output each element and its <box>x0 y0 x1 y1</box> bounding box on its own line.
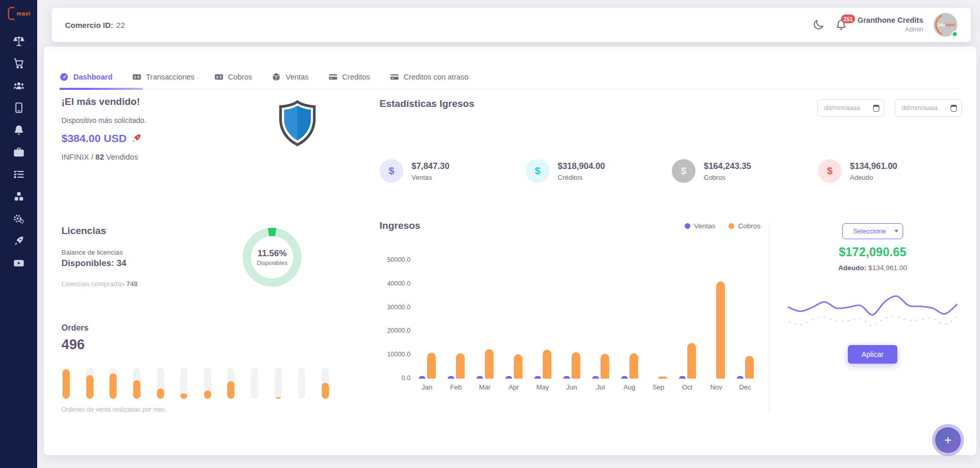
bar-group-feb <box>445 260 467 379</box>
order-bar-fill <box>109 373 117 399</box>
bar-cobros-bar <box>745 356 754 379</box>
ingresos-xaxis: JanFebMarAprMayJunJulAugSepOctNovDec <box>416 383 756 391</box>
rocket-icon[interactable] <box>8 235 29 247</box>
cart-icon[interactable] <box>8 57 29 69</box>
gears-icon[interactable] <box>8 213 29 225</box>
sparkline-line-ref <box>788 317 957 326</box>
bell-icon[interactable] <box>8 124 29 136</box>
bar-ventas-bar <box>505 376 512 379</box>
sidebar: mavi <box>0 0 37 468</box>
speedometer-icon <box>59 72 69 82</box>
checklist-icon[interactable] <box>8 168 29 180</box>
order-bar-fill <box>180 394 187 399</box>
briefcase-icon[interactable] <box>8 146 29 158</box>
bar-cobros-bar <box>543 350 551 379</box>
calendar-icon[interactable] <box>951 105 957 112</box>
donut-center: 11.56% Disponibles <box>251 236 293 278</box>
dollar-icon: $ <box>380 159 403 183</box>
order-bar-track <box>227 368 234 399</box>
sparkline-line-main <box>788 296 957 315</box>
user-role: Admin <box>858 25 923 34</box>
cubes-icon[interactable] <box>8 191 29 202</box>
adeudo-line: Adeudo: $134,961.00 <box>769 264 976 272</box>
order-bar-track <box>322 368 329 399</box>
x-tick-label: Apr <box>502 383 525 391</box>
bar-cobros-bar <box>716 282 725 379</box>
cash-card-icon: $ <box>214 72 224 82</box>
rocket-icon <box>131 133 142 144</box>
stat-card-cobros: $ $164,243.35 Cobros <box>672 159 818 183</box>
best-seller-price: $384.00 USD <box>61 132 258 145</box>
dashboard-card: Dashboard $ Transacciones $ Cobros Venta… <box>44 46 976 455</box>
bar-ventas-bar <box>563 376 570 379</box>
tab-label: Transacciones <box>146 73 195 81</box>
dollar-icon: $ <box>672 159 696 183</box>
bar-cobros-bar <box>572 352 580 379</box>
y-tick-label: 40000.0 <box>387 280 410 287</box>
tab-dashboard[interactable]: Dashboard <box>59 72 113 82</box>
best-seller-title: ¡El más vendido! <box>61 96 258 107</box>
y-tick-label: 10000.0 <box>387 351 410 358</box>
order-bar-track <box>86 368 93 399</box>
tab-ventas[interactable]: Ventas <box>272 72 308 82</box>
add-button[interactable]: + <box>935 427 961 453</box>
orders-mini-chart <box>62 368 329 399</box>
bar-ventas-bar <box>737 376 744 379</box>
donut-percent: 11.56% <box>258 248 287 259</box>
licenses-purchased: Licencias compradas 748 <box>61 280 232 288</box>
order-bar-fill <box>322 383 329 399</box>
cash-card-icon: $ <box>132 72 141 82</box>
stat-card-creditos: $ $318,904.00 Créditos <box>526 159 672 183</box>
bar-ventas-bar <box>477 376 483 379</box>
ingresos-plot <box>416 260 756 379</box>
tab-creditos[interactable]: Creditos <box>328 72 370 82</box>
bar-cobros-bar <box>687 343 696 379</box>
bar-group-oct <box>676 260 699 379</box>
bar-cobros-bar <box>427 353 436 379</box>
app-logo[interactable]: mavi <box>8 7 30 20</box>
package-icon <box>272 72 281 82</box>
stat-card-adeudo: $ $134,961.00 Adeudo <box>818 159 964 183</box>
bar-ventas-bar <box>448 376 454 379</box>
avatar[interactable]: Celumavi <box>934 13 957 37</box>
bar-ventas-bar <box>621 376 628 379</box>
order-bar-fill <box>157 388 164 399</box>
topbar: Comercio ID:22 251 Granthone Credits Adm… <box>52 8 971 42</box>
tab-label: Dashboard <box>73 73 113 81</box>
logo-text: mavi <box>17 10 30 17</box>
tab-label: Ventas <box>286 73 308 81</box>
legend-dot-ventas <box>685 223 690 229</box>
tablet-icon[interactable] <box>8 102 29 114</box>
orders-title: Orders <box>61 323 88 333</box>
apply-button[interactable]: Aplicar <box>848 345 897 364</box>
moon-icon <box>812 19 825 31</box>
tab-transacciones[interactable]: $ Transacciones <box>132 72 195 82</box>
order-bar-fill <box>204 391 211 399</box>
notifications-button[interactable]: 251 <box>835 19 847 31</box>
comercio-id: Comercio ID:22 <box>65 21 125 29</box>
comercio-label: Comercio ID: <box>65 21 113 29</box>
orders-section: Orders 496 Ordenes de venta realizadas p… <box>61 323 88 353</box>
tab-cobros[interactable]: $ Cobros <box>214 72 252 82</box>
scale-icon[interactable] <box>8 35 29 47</box>
y-tick-label: 50000.0 <box>387 256 410 263</box>
x-tick-label: Jul <box>589 383 612 391</box>
bar-cobros-bar <box>629 353 638 379</box>
order-bar-track <box>62 368 70 399</box>
users-icon[interactable] <box>8 80 29 91</box>
calendar-icon[interactable] <box>873 105 879 112</box>
dark-mode-toggle[interactable] <box>812 19 825 31</box>
online-status-dot <box>952 31 958 37</box>
dollar-icon: $ <box>526 159 549 183</box>
licenses-donut-chart: 11.56% Disponibles <box>243 228 302 287</box>
x-tick-label: Sep <box>647 383 670 391</box>
fab-ring: + <box>932 424 964 456</box>
tab-creditos-con-atraso[interactable]: Creditos con atraso <box>390 72 469 82</box>
bar-group-nov <box>705 260 728 379</box>
legend-cobros: Cobros <box>729 222 761 230</box>
youtube-icon[interactable] <box>8 257 29 269</box>
bar-ventas-bar <box>534 376 541 379</box>
legend-dot-cobros <box>729 223 734 229</box>
dollar-icon: $ <box>818 159 842 183</box>
period-select[interactable]: Seleccione <box>842 223 903 239</box>
